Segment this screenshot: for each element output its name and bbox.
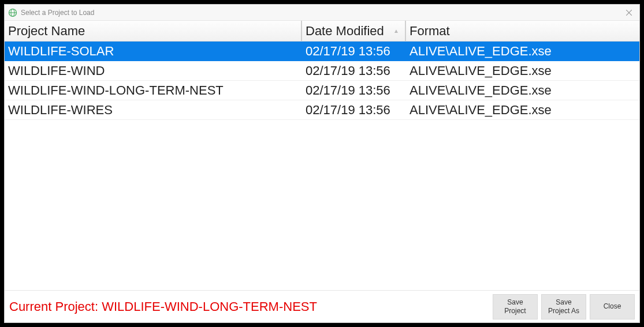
app-globe-icon: [8, 8, 17, 17]
table-row[interactable]: WILDLIFE-SOLAR02/17/19 13:56ALIVE\ALIVE_…: [5, 42, 639, 61]
project-table: Project Name Date Modified ▲ Format WILD…: [5, 21, 639, 290]
cell-date-modified: 02/17/19 13:56: [302, 100, 406, 119]
col-header-format[interactable]: Format: [406, 21, 639, 41]
cell-format: ALIVE\ALIVE_EDGE.xse: [406, 100, 639, 119]
table-body: WILDLIFE-SOLAR02/17/19 13:56ALIVE\ALIVE_…: [5, 42, 639, 290]
col-header-name-label: Project Name: [8, 24, 85, 39]
current-project-label: Current Project: WILDLIFE-WIND-LONG-TERM…: [9, 299, 489, 314]
table-row[interactable]: WILDLIFE-WIND-LONG-TERM-NEST02/17/19 13:…: [5, 81, 639, 100]
save-project-button[interactable]: Save Project: [493, 294, 538, 320]
cell-date-modified: 02/17/19 13:56: [302, 61, 406, 80]
current-project-value: WILDLIFE-WIND-LONG-TERM-NEST: [102, 299, 317, 314]
cell-project-name: WILDLIFE-WIND-LONG-TERM-NEST: [5, 81, 302, 100]
cell-project-name: WILDLIFE-WIND: [5, 61, 302, 80]
close-button[interactable]: Close: [590, 294, 635, 320]
cell-project-name: WILDLIFE-WIRES: [5, 100, 302, 119]
cell-project-name: WILDLIFE-SOLAR: [5, 42, 302, 61]
col-header-date-label: Date Modified: [306, 24, 384, 39]
table-header-row: Project Name Date Modified ▲ Format: [5, 21, 639, 42]
cell-format: ALIVE\ALIVE_EDGE.xse: [406, 42, 639, 61]
cell-date-modified: 02/17/19 13:56: [302, 42, 406, 61]
save-project-as-button[interactable]: Save Project As: [541, 294, 586, 320]
close-icon[interactable]: [622, 6, 636, 20]
current-project-prefix: Current Project:: [9, 299, 102, 314]
col-header-date[interactable]: Date Modified ▲: [302, 21, 406, 41]
window-title: Select a Project to Load: [21, 9, 94, 17]
chevron-up-icon: ▲: [393, 28, 399, 34]
footer-bar: Current Project: WILDLIFE-WIND-LONG-TERM…: [5, 290, 639, 322]
titlebar: Select a Project to Load: [5, 5, 639, 21]
col-header-name[interactable]: Project Name: [5, 21, 302, 41]
cell-format: ALIVE\ALIVE_EDGE.xse: [406, 61, 639, 80]
dialog-window: Select a Project to Load Project Name Da…: [4, 4, 640, 323]
cell-date-modified: 02/17/19 13:56: [302, 81, 406, 100]
col-header-format-label: Format: [410, 24, 450, 39]
cell-format: ALIVE\ALIVE_EDGE.xse: [406, 81, 639, 100]
table-row[interactable]: WILDLIFE-WIRES02/17/19 13:56ALIVE\ALIVE_…: [5, 100, 639, 120]
table-row[interactable]: WILDLIFE-WIND02/17/19 13:56ALIVE\ALIVE_E…: [5, 61, 639, 81]
